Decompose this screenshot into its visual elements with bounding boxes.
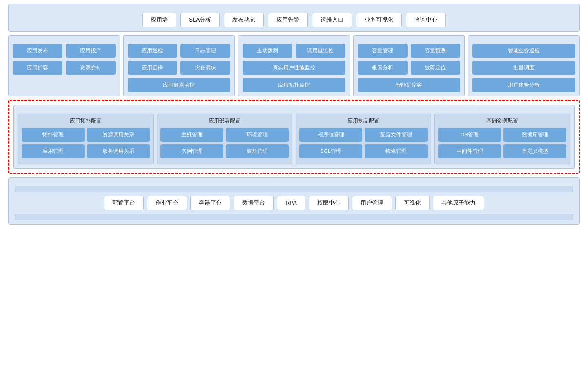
cmdb-row: SQL管理镜像管理	[299, 144, 428, 158]
cmdb-col: 应用部署配置主机管理环境管理实例管理集群管理	[157, 114, 292, 164]
aio-grid: 容量管理容量预测根因分析故障定位智能扩缩容	[358, 44, 461, 92]
aom-item[interactable]: 应用巡检	[128, 44, 178, 58]
portal-item[interactable]: 运维入口	[312, 13, 352, 27]
aom-grid: 应用巡检日志管理应用启停灾备演练应用健康监控	[128, 44, 231, 92]
adm-item[interactable]: 应用发布	[13, 44, 62, 58]
portal-item[interactable]: SLA分析	[180, 13, 220, 27]
cmdb-item[interactable]: 环境管理	[226, 128, 289, 142]
aom-item[interactable]: 应用启停	[128, 61, 178, 75]
cmdb-col: 应用拓扑配置拓扑管理资源调用关系应用管理服务调用关系	[18, 114, 154, 164]
cmdb-item[interactable]: 数据库管理	[503, 128, 566, 142]
cmdb-col-title: 基础资源配置	[438, 117, 566, 125]
aio-item[interactable]: 根因分析	[358, 61, 408, 75]
aio-item[interactable]: 智能扩缩容	[358, 78, 461, 92]
aom-item[interactable]: 日志管理	[180, 44, 230, 58]
platform-chips: 配置平台作业平台容器平台数据平台RPA权限中心用户管理可视化其他原子能力	[15, 196, 573, 210]
bom-col: 智能业务巡检批量调度用户体验分析	[472, 44, 575, 92]
cmdb-item[interactable]: 程序包管理	[299, 128, 362, 142]
mgmt-row: 应用发布应用投产应用扩容资源交付 应用巡检日志管理应用启停灾备演练应用健康监控 …	[8, 35, 580, 96]
bom-item[interactable]: 批量调度	[472, 61, 575, 75]
apm-item[interactable]: 真实用户性能监控	[243, 61, 345, 75]
cmdb-section: 应用拓扑配置拓扑管理资源调用关系应用管理服务调用关系应用部署配置主机管理环境管理…	[8, 100, 580, 174]
platform-item[interactable]: 数据平台	[234, 196, 274, 210]
cmdb-row: 实例管理集群管理	[160, 144, 289, 158]
apm-item[interactable]: 应用拓扑监控	[243, 78, 345, 92]
adm-block: 应用发布应用投产应用扩容资源交付	[8, 35, 120, 96]
platform-item[interactable]: 可视化	[395, 196, 430, 210]
cmdb-col-title: 应用制品配置	[299, 117, 428, 125]
aom-item[interactable]: 应用健康监控	[128, 78, 231, 92]
portal-section: 应用墙SLA分析发布动态应用告警运维入口业务可视化查询中心	[8, 4, 580, 32]
bom-item[interactable]: 智能业务巡检	[472, 44, 575, 58]
cmdb-row: 主机管理环境管理	[160, 128, 289, 142]
cmdb-item[interactable]: 资源调用关系	[87, 128, 150, 142]
cmdb-item[interactable]: SQL管理	[299, 144, 362, 158]
aom-block: 应用巡检日志管理应用启停灾备演练应用健康监控	[123, 35, 235, 96]
cmdb-row: 程序包管理配置文件管理	[299, 128, 428, 142]
cmdb-item[interactable]: 实例管理	[160, 144, 223, 158]
adm-item[interactable]: 应用扩容	[13, 61, 62, 75]
cmdb-item[interactable]: 镜像管理	[365, 144, 428, 158]
cmdb-row: 拓扑管理资源调用关系	[22, 128, 150, 142]
cmdb-col: 应用制品配置程序包管理配置文件管理SQL管理镜像管理	[296, 114, 431, 164]
apm-item[interactable]: 调用链监控	[296, 44, 345, 58]
aom-item[interactable]: 灾备演练	[180, 61, 230, 75]
aio-item[interactable]: 容量预测	[411, 44, 461, 58]
cmdb-row: 应用管理服务调用关系	[22, 144, 150, 158]
cmdb-row: 中间件管理自定义模型	[438, 144, 566, 158]
ipaas-bar	[15, 186, 573, 192]
platform-section: 配置平台作业平台容器平台数据平台RPA权限中心用户管理可视化其他原子能力	[8, 177, 580, 225]
platform-item[interactable]: 作业平台	[147, 196, 187, 210]
cmdb-col-title: 应用拓扑配置	[22, 117, 150, 125]
aio-item[interactable]: 容量管理	[358, 44, 408, 58]
bom-item[interactable]: 用户体验分析	[472, 78, 575, 92]
platform-item[interactable]: 配置平台	[104, 196, 144, 210]
cmdb-row: OS管理数据库管理	[438, 128, 566, 142]
portal-item[interactable]: 应用墙	[142, 13, 176, 27]
portal-item[interactable]: 应用告警	[268, 13, 308, 27]
apm-grid: 主动拨测调用链监控真实用户性能监控应用拓扑监控	[243, 44, 345, 92]
cmdb-inner: 应用拓扑配置拓扑管理资源调用关系应用管理服务调用关系应用部署配置主机管理环境管理…	[13, 105, 575, 169]
cmdb-item[interactable]: 应用管理	[22, 144, 85, 158]
platform-item[interactable]: 权限中心	[309, 196, 349, 210]
portal-item[interactable]: 业务可视化	[356, 13, 402, 27]
cmdb-item[interactable]: 配置文件管理	[365, 128, 428, 142]
cmdb-col-title: 应用部署配置	[160, 117, 289, 125]
apm-block: 主动拨测调用链监控真实用户性能监控应用拓扑监控	[238, 35, 350, 96]
platform-item[interactable]: 其他原子能力	[433, 196, 484, 210]
platform-item[interactable]: 用户管理	[352, 196, 392, 210]
adm-grid: 应用发布应用投产应用扩容资源交付	[13, 44, 116, 75]
bom-block: 智能业务巡检批量调度用户体验分析	[468, 35, 580, 96]
aio-block: 容量管理容量预测根因分析故障定位智能扩缩容	[353, 35, 465, 96]
platform-item[interactable]: 容器平台	[190, 196, 230, 210]
cmdb-item[interactable]: 主机管理	[160, 128, 223, 142]
cmdb-columns: 应用拓扑配置拓扑管理资源调用关系应用管理服务调用关系应用部署配置主机管理环境管理…	[18, 114, 570, 164]
page-wrapper: 应用墙SLA分析发布动态应用告警运维入口业务可视化查询中心 应用发布应用投产应用…	[0, 0, 588, 229]
adm-item[interactable]: 应用投产	[66, 44, 116, 58]
apm-item[interactable]: 主动拨测	[243, 44, 292, 58]
portal-items-row: 应用墙SLA分析发布动态应用告警运维入口业务可视化查询中心	[15, 13, 573, 27]
cmdb-col: 基础资源配置OS管理数据库管理中间件管理自定义模型	[434, 114, 570, 164]
cmdb-item[interactable]: 服务调用关系	[87, 144, 150, 158]
portal-item[interactable]: 发布动态	[224, 13, 264, 27]
mgmt-bar	[15, 214, 573, 220]
adm-item[interactable]: 资源交付	[66, 61, 116, 75]
platform-item[interactable]: RPA	[277, 196, 305, 210]
cmdb-item[interactable]: 集群管理	[226, 144, 289, 158]
cmdb-item[interactable]: 拓扑管理	[22, 128, 85, 142]
cmdb-item[interactable]: OS管理	[438, 128, 501, 142]
cmdb-item[interactable]: 自定义模型	[503, 144, 566, 158]
aio-item[interactable]: 故障定位	[411, 61, 461, 75]
portal-item[interactable]: 查询中心	[406, 13, 446, 27]
cmdb-item[interactable]: 中间件管理	[438, 144, 501, 158]
